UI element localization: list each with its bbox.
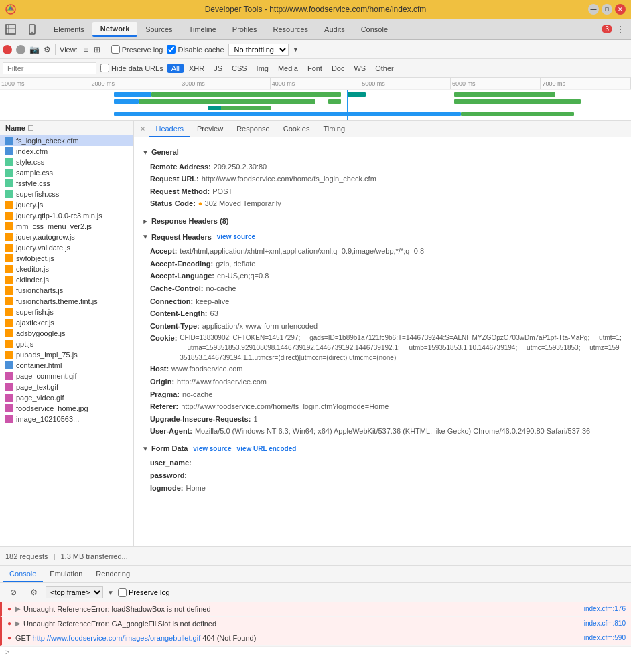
- detail-tab-response[interactable]: Response: [230, 121, 277, 137]
- preserve-log-checkbox[interactable]: [111, 45, 120, 54]
- file-item-pubads[interactable]: pubads_impl_75.js: [0, 349, 133, 360]
- file-item-mm-css[interactable]: mm_css_menu_ver2.js: [0, 221, 133, 232]
- filter-img-button[interactable]: Img: [253, 64, 273, 73]
- hide-data-urls-label[interactable]: Hide data URLs: [100, 64, 163, 72]
- console-filter-icon[interactable]: ⚙: [25, 584, 42, 600]
- console-frame-arrow[interactable]: ▼: [107, 589, 114, 596]
- file-item-fusioncharts[interactable]: fusioncharts.js: [0, 285, 133, 296]
- filter-xhr-button[interactable]: XHR: [185, 64, 208, 73]
- form-data-section-header[interactable]: ▼ Form Data view source view URL encoded: [142, 443, 623, 455]
- tab-profiles[interactable]: Profiles: [224, 23, 265, 36]
- disable-cache-label[interactable]: Disable cache: [167, 45, 224, 54]
- console-tab-rendering[interactable]: Rendering: [89, 566, 137, 582]
- file-item-adsbygoogle[interactable]: adsbygoogle.js: [0, 328, 133, 339]
- mobile-icon[interactable]: [24, 21, 40, 37]
- camera-button[interactable]: 📷: [29, 45, 40, 54]
- msg-loc-1[interactable]: index.cfm:176: [584, 604, 626, 614]
- request-headers-section-header[interactable]: ▼ Request Headers view source: [142, 232, 623, 244]
- detail-tab-headers[interactable]: Headers: [149, 121, 190, 137]
- filter-js-button[interactable]: JS: [210, 64, 226, 73]
- file-item-foodservice-home[interactable]: foodservice_home.jpg: [0, 403, 133, 414]
- close-button[interactable]: ✕: [615, 4, 626, 15]
- tab-network[interactable]: Network: [92, 22, 137, 37]
- expand-arrow-2[interactable]: ▶: [15, 618, 21, 628]
- msg-loc-2[interactable]: index.cfm:810: [584, 618, 626, 628]
- file-item-validate[interactable]: jquery.validate.js: [0, 242, 133, 253]
- tab-console[interactable]: Console: [353, 23, 396, 36]
- error-icon-2[interactable]: ●: [7, 618, 11, 628]
- throttle-select[interactable]: No throttling: [228, 44, 289, 56]
- grid-view-icon[interactable]: ⊞: [92, 44, 102, 56]
- form-data-view-source[interactable]: view source: [193, 444, 231, 454]
- filter-media-button[interactable]: Media: [274, 64, 302, 73]
- detail-tab-cookies[interactable]: Cookies: [277, 121, 317, 137]
- detail-tab-timing[interactable]: Timing: [316, 121, 352, 137]
- inspector-icon[interactable]: [3, 21, 19, 37]
- filter-input[interactable]: [3, 62, 96, 74]
- file-item-swfobject[interactable]: swfobject.js: [0, 253, 133, 264]
- file-item-jquery[interactable]: jquery.js: [0, 199, 133, 210]
- file-item-gpt[interactable]: gpt.js: [0, 339, 133, 349]
- console-frame-select[interactable]: <top frame>: [46, 586, 103, 598]
- file-item-superfish-js[interactable]: superfish.js: [0, 307, 133, 317]
- file-item-page-video[interactable]: page_video.gif: [0, 392, 133, 403]
- record-button[interactable]: [3, 45, 12, 54]
- filter-other-button[interactable]: Other: [371, 64, 398, 73]
- console-clear-icon[interactable]: ⊘: [5, 584, 21, 600]
- more-menu-icon[interactable]: ⋮: [612, 21, 628, 37]
- file-list-scroll[interactable]: fs_login_check.cfm index.cfm style.css s…: [0, 135, 133, 424]
- filter-ws-button[interactable]: WS: [350, 64, 370, 73]
- response-headers-section-header[interactable]: ▼ Response Headers (8): [142, 216, 623, 228]
- file-item-qtip[interactable]: jquery.qtip-1.0.0-rc3.min.js: [0, 210, 133, 221]
- detail-tab-preview[interactable]: Preview: [190, 121, 230, 137]
- file-item-fs-login-check[interactable]: fs_login_check.cfm: [0, 135, 133, 146]
- tab-audits[interactable]: Audits: [316, 23, 353, 36]
- error-get-link[interactable]: http://www.foodservice.com/images/orange…: [33, 634, 201, 642]
- tab-sources[interactable]: Sources: [137, 23, 180, 36]
- disable-cache-checkbox[interactable]: [167, 45, 176, 54]
- error-icon-3[interactable]: ●: [7, 633, 11, 643]
- filter-icon[interactable]: ⚙: [44, 45, 51, 54]
- file-item-page-text[interactable]: page_text.gif: [0, 382, 133, 392]
- timeline-area[interactable]: 1000 ms 2000 ms 3000 ms 4000 ms 5000 ms …: [0, 78, 631, 121]
- file-item-ckeditor[interactable]: ckeditor.js: [0, 264, 133, 274]
- file-item-container[interactable]: container.html: [0, 360, 133, 371]
- file-item-image[interactable]: image_10210563...: [0, 414, 133, 424]
- file-item-ajaxticker[interactable]: ajaxticker.js: [0, 317, 133, 328]
- tab-timeline[interactable]: Timeline: [181, 23, 224, 36]
- hide-data-urls-checkbox[interactable]: [100, 64, 109, 72]
- console-preserve-log-label[interactable]: Preserve log: [118, 588, 170, 597]
- filter-all-button[interactable]: All: [167, 64, 184, 73]
- view-source-link[interactable]: view source: [217, 232, 255, 242]
- stop-button[interactable]: [16, 45, 25, 54]
- throttle-arrow[interactable]: ▼: [293, 46, 299, 53]
- resize-handle[interactable]: [28, 125, 33, 131]
- tab-resources[interactable]: Resources: [265, 23, 316, 36]
- restore-button[interactable]: □: [602, 4, 612, 15]
- file-item-sample[interactable]: sample.css: [0, 167, 133, 178]
- file-item-fusion-theme[interactable]: fusioncharts.theme.fint.js: [0, 296, 133, 307]
- file-item-ckfinder[interactable]: ckfinder.js: [0, 274, 133, 285]
- minimize-button[interactable]: —: [588, 4, 599, 15]
- error-icon-1[interactable]: ●: [7, 604, 11, 614]
- console-preserve-log-checkbox[interactable]: [118, 588, 127, 597]
- file-item-autogrow[interactable]: jquery.autogrow.js: [0, 232, 133, 242]
- file-item-superfish-css[interactable]: superfish.css: [0, 189, 133, 199]
- general-section-header[interactable]: ▼ General: [142, 147, 623, 159]
- file-item-index[interactable]: index.cfm: [0, 146, 133, 157]
- filter-css-button[interactable]: CSS: [228, 64, 251, 73]
- form-data-view-url-encoded[interactable]: view URL encoded: [237, 444, 297, 454]
- list-view-icon[interactable]: ≡: [82, 44, 90, 56]
- expand-arrow-1[interactable]: ▶: [15, 604, 21, 614]
- file-item-style[interactable]: style.css: [0, 157, 133, 167]
- file-item-page-comment[interactable]: page_comment.gif: [0, 371, 133, 382]
- filter-font-button[interactable]: Font: [303, 64, 326, 73]
- console-tab-emulation[interactable]: Emulation: [43, 566, 89, 582]
- filter-doc-button[interactable]: Doc: [328, 64, 349, 73]
- console-tab-console[interactable]: Console: [3, 566, 43, 582]
- tab-elements[interactable]: Elements: [46, 23, 92, 36]
- file-item-fsstyle[interactable]: fsstyle.css: [0, 178, 133, 189]
- msg-loc-3[interactable]: index.cfm:590: [584, 633, 626, 643]
- preserve-log-label[interactable]: Preserve log: [111, 45, 163, 54]
- detail-tab-close[interactable]: ×: [137, 121, 149, 137]
